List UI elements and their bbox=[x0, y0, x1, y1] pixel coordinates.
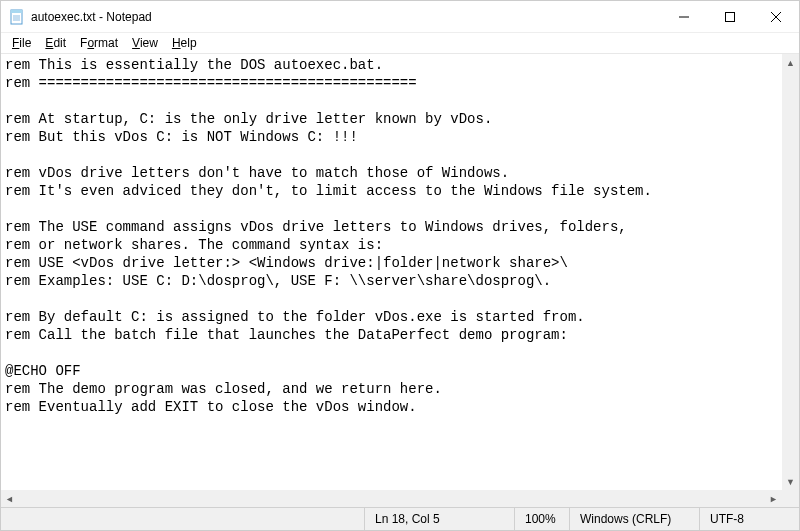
svg-rect-1 bbox=[11, 10, 22, 13]
status-encoding: UTF-8 bbox=[699, 508, 799, 530]
text-editor[interactable]: rem This is essentially the DOS autoexec… bbox=[1, 54, 782, 490]
svg-rect-6 bbox=[726, 12, 735, 21]
status-spacer bbox=[1, 508, 364, 530]
minimize-button[interactable] bbox=[661, 1, 707, 32]
menu-view[interactable]: View bbox=[125, 35, 165, 51]
close-button[interactable] bbox=[753, 1, 799, 32]
menu-help[interactable]: Help bbox=[165, 35, 204, 51]
scroll-right-button[interactable]: ► bbox=[765, 490, 782, 507]
menu-edit[interactable]: Edit bbox=[38, 35, 73, 51]
scroll-track-vertical[interactable] bbox=[782, 71, 799, 473]
scroll-down-button[interactable]: ▼ bbox=[782, 473, 799, 490]
vertical-scrollbar[interactable]: ▲ ▼ bbox=[782, 54, 799, 490]
scroll-up-button[interactable]: ▲ bbox=[782, 54, 799, 71]
editor-area: rem This is essentially the DOS autoexec… bbox=[1, 53, 799, 507]
status-line-ending: Windows (CRLF) bbox=[569, 508, 699, 530]
menu-file[interactable]: File bbox=[5, 35, 38, 51]
status-zoom[interactable]: 100% bbox=[514, 508, 569, 530]
notepad-icon bbox=[9, 9, 25, 25]
menu-format[interactable]: Format bbox=[73, 35, 125, 51]
statusbar: Ln 18, Col 5 100% Windows (CRLF) UTF-8 bbox=[1, 507, 799, 530]
horizontal-scrollbar[interactable]: ◄ ► bbox=[1, 490, 782, 507]
status-position: Ln 18, Col 5 bbox=[364, 508, 514, 530]
window-title: autoexec.txt - Notepad bbox=[31, 10, 661, 24]
titlebar: autoexec.txt - Notepad bbox=[1, 1, 799, 33]
menubar: File Edit Format View Help bbox=[1, 33, 799, 53]
scroll-corner bbox=[782, 490, 799, 507]
scroll-track-horizontal[interactable] bbox=[18, 490, 765, 507]
window-controls bbox=[661, 1, 799, 32]
scroll-left-button[interactable]: ◄ bbox=[1, 490, 18, 507]
maximize-button[interactable] bbox=[707, 1, 753, 32]
